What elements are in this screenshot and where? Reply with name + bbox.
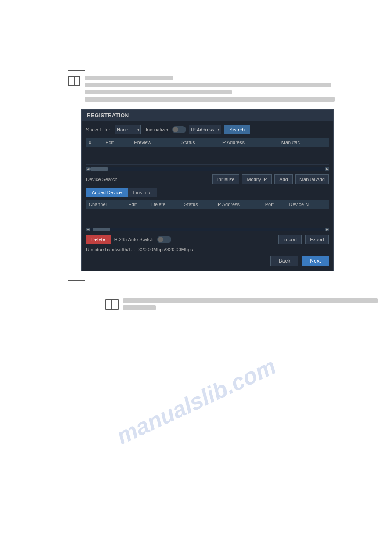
note-lines	[85, 76, 392, 102]
registration-box: REGISTRATION Show Filter None Uninitiali…	[81, 109, 334, 271]
search-button[interactable]: Search	[224, 125, 250, 134]
tabs-row: Added Device Link Info	[86, 188, 329, 197]
note-lines-2	[123, 298, 392, 310]
added-table-head: Channel Edit Delete Status IP Address Po…	[86, 200, 329, 209]
added-table-scrollbar[interactable]: ◀ ▶	[86, 228, 329, 231]
main-table-body	[86, 147, 329, 165]
bottom-divider	[68, 280, 85, 281]
import-button[interactable]: Import	[278, 235, 302, 244]
ip-select[interactable]: IP Address	[189, 125, 221, 134]
col-edit2: Edit	[126, 200, 149, 209]
added-device-table: Channel Edit Delete Status IP Address Po…	[86, 200, 329, 225]
delete-button[interactable]: Delete	[86, 235, 111, 244]
note-line-1	[85, 76, 173, 80]
back-button[interactable]: Back	[270, 256, 299, 266]
uninit-label: Uninitialized	[144, 127, 169, 132]
scroll-left-arrow[interactable]: ◀	[86, 167, 90, 171]
col-preview: Preview	[131, 138, 179, 147]
registration-title: REGISTRATION	[82, 110, 333, 121]
scroll-right-arrow-2[interactable]: ▶	[325, 228, 329, 231]
initialize-button[interactable]: Initialize	[212, 174, 240, 184]
device-search-row: Device Search Initialize Modify IP Add M…	[86, 174, 329, 184]
added-table-body	[86, 209, 329, 225]
device-search-label: Device Search	[86, 177, 210, 182]
filter-select[interactable]: None	[115, 125, 141, 134]
main-table-head: 0 Edit Preview Status IP Address Manufac	[86, 138, 329, 147]
bottom-action-row: Delete H.265 Auto Switch Import Export	[86, 235, 329, 244]
h265-toggle[interactable]	[157, 236, 171, 243]
table-row-empty	[86, 147, 329, 165]
main-table-scrollbar[interactable]: ◀ ▶	[86, 167, 329, 171]
col-ip: IP Address	[219, 138, 279, 147]
ip-select-wrapper[interactable]: IP Address	[189, 125, 221, 134]
col-status: Status	[179, 138, 219, 147]
note-line-4	[85, 97, 335, 102]
top-divider	[68, 70, 85, 71]
modify-ip-button[interactable]: Modify IP	[242, 174, 272, 184]
col-device-name: Device N	[287, 200, 329, 209]
col-delete: Delete	[149, 200, 182, 209]
book-icon	[68, 76, 80, 86]
scroll-right-arrow[interactable]: ▶	[325, 167, 329, 171]
col-port: Port	[263, 200, 287, 209]
top-note-icon-area	[68, 76, 392, 102]
uninit-toggle[interactable]	[172, 126, 186, 133]
col-status2: Status	[182, 200, 214, 209]
registration-container: REGISTRATION Show Filter None Uninitiali…	[81, 109, 334, 271]
col-channel: Channel	[86, 200, 126, 209]
bandwidth-label: Residue bandwidth/T...	[86, 247, 135, 252]
col-edit: Edit	[103, 138, 131, 147]
show-filter-label: Show Filter	[86, 127, 110, 132]
col-num: 0	[86, 138, 103, 147]
note-line-6	[123, 305, 156, 310]
note-line-5	[123, 298, 378, 303]
top-note-section	[68, 70, 392, 102]
registration-body: Show Filter None Uninitialized IP Addres…	[82, 121, 333, 271]
added-table-row-empty	[86, 209, 329, 225]
tab-link-info[interactable]: Link Info	[128, 188, 158, 197]
filter-row: Show Filter None Uninitialized IP Addres…	[86, 125, 329, 134]
add-button[interactable]: Add	[274, 174, 293, 184]
filter-select-wrapper[interactable]: None	[115, 125, 141, 134]
bandwidth-row: Residue bandwidth/T... 320.00Mbps/320.00…	[86, 247, 329, 252]
second-note-icon-area	[105, 298, 392, 310]
scroll-thumb[interactable]	[90, 167, 108, 171]
bottom-section	[68, 280, 392, 281]
nav-row: Back Next	[86, 256, 329, 267]
note-line-3	[85, 90, 232, 94]
scroll-left-arrow-2[interactable]: ◀	[86, 228, 90, 231]
next-button[interactable]: Next	[302, 256, 329, 266]
col-ip2: IP Address	[214, 200, 263, 209]
export-button[interactable]: Export	[305, 235, 329, 244]
h265-label: H.265 Auto Switch	[114, 237, 154, 242]
main-table: 0 Edit Preview Status IP Address Manufac	[86, 138, 329, 165]
scroll-thumb-2[interactable]	[93, 228, 110, 231]
tab-added-device[interactable]: Added Device	[86, 188, 128, 197]
second-note-section	[105, 298, 392, 310]
note-line-2	[85, 83, 331, 87]
bandwidth-value: 320.00Mbps/320.00Mbps	[138, 247, 193, 252]
col-manufac: Manufac	[279, 138, 329, 147]
book-icon-2	[105, 299, 119, 310]
watermark: manualslib.com	[112, 353, 280, 450]
added-table-header-row: Channel Edit Delete Status IP Address Po…	[86, 200, 329, 209]
main-table-header-row: 0 Edit Preview Status IP Address Manufac	[86, 138, 329, 147]
manual-add-button[interactable]: Manual Add	[295, 174, 329, 184]
